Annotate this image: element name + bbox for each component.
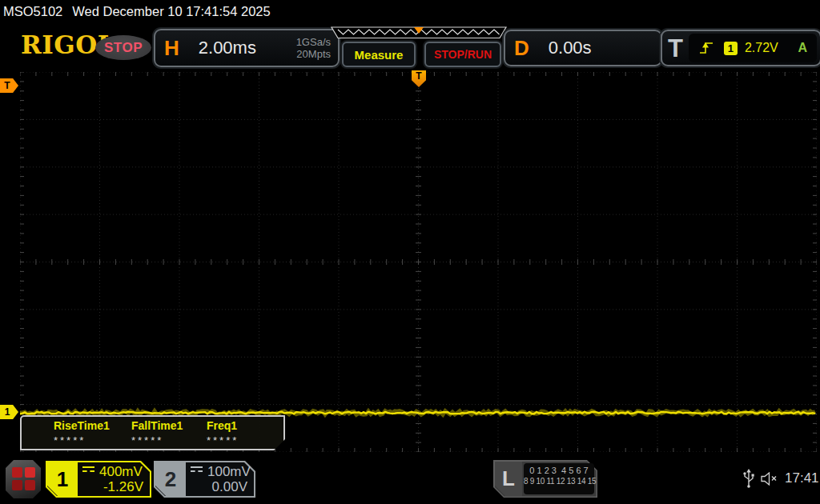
channel1-scale: 400mV: [99, 464, 143, 479]
menu-grid-icon: [12, 467, 35, 491]
trigger-level-value: 2.72V: [745, 41, 778, 55]
clock-text: 17:41: [785, 470, 819, 486]
logic-channels-status[interactable]: L 0 1 2 3 4 5 6 7 8 9 10 11 12 13 14 15: [493, 460, 597, 498]
titlebar: MSO5102Wed December 10 17:41:54 2025: [3, 4, 271, 19]
measurement-item: RiseTime1 *****: [54, 419, 110, 446]
datetime-text: Wed December 10 17:41:54 2025: [72, 4, 270, 18]
measurement-label: FallTime1: [131, 419, 183, 432]
dc-coupling-icon: [191, 466, 203, 475]
trigger-label: T: [668, 36, 683, 61]
channel1-status[interactable]: 1 400mV -1.26V: [46, 461, 151, 498]
channel2-status[interactable]: 2 100mV 0.00V: [154, 461, 255, 498]
measurement-label: RiseTime1: [54, 419, 110, 432]
logic-row2: 8 9 10 11 12 13 14 15: [524, 477, 594, 486]
measurement-item: Freq1 *****: [207, 419, 239, 446]
acquisition-info: 1GSa/s 20Mpts: [296, 36, 331, 60]
logic-row1: 0 1 2 3 4 5 6 7: [524, 466, 594, 475]
delay-panel[interactable]: D 0.00s: [504, 30, 662, 66]
grid-and-waveform: [20, 72, 817, 452]
graticule: [20, 72, 817, 452]
horizontal-panel[interactable]: H 2.00ms 1GSa/s 20Mpts: [154, 29, 340, 67]
usb-icon: [742, 469, 755, 488]
measurement-overlay: RiseTime1 ***** FallTime1 ***** Freq1 **…: [20, 415, 285, 450]
measurement-label: Freq1: [207, 419, 239, 432]
trigger-panel[interactable]: T 1 2.72V A: [661, 30, 820, 66]
horizontal-label: H: [164, 36, 179, 61]
timebase-value: 2.00ms: [199, 38, 256, 58]
stop-run-button[interactable]: STOP/RUN: [424, 42, 501, 67]
oscilloscope-screen: MSO5102Wed December 10 17:41:54 2025 RIG…: [0, 0, 820, 504]
menu-grid-button[interactable]: [6, 460, 41, 498]
delay-label: D: [514, 36, 529, 61]
speaker-muted-icon: [761, 472, 780, 486]
trigger-position-indicator-triangle[interactable]: [414, 27, 424, 34]
measure-button[interactable]: Measure: [342, 42, 416, 67]
measurement-value: *****: [54, 434, 110, 446]
run-state-badge: STOP: [95, 35, 151, 60]
measurement-value: *****: [207, 434, 239, 446]
trigger-level-marker[interactable]: T: [0, 78, 18, 93]
measurement-value: *****: [131, 434, 183, 446]
rising-edge-icon: [699, 42, 713, 54]
trigger-mode: A: [798, 41, 807, 55]
trigger-details: 1 2.72V A: [689, 34, 817, 62]
memory-depth: 20Mpts: [296, 48, 331, 60]
channel2-offset: 0.00V: [212, 479, 247, 495]
measurement-item: FallTime1 *****: [131, 419, 183, 446]
sample-rate: 1GSa/s: [296, 36, 331, 48]
delay-value: 0.00s: [549, 38, 592, 58]
channel2-scale: 100mV: [207, 464, 251, 479]
channel1-offset: -1.26V: [103, 479, 143, 495]
model-name: MSO5102: [3, 4, 62, 18]
channel1-position-marker[interactable]: 1: [0, 405, 18, 419]
logic-channel-numbers: 0 1 2 3 4 5 6 7 8 9 10 11 12 13 14 15: [524, 463, 594, 494]
trigger-source-badge: 1: [724, 42, 738, 55]
dc-coupling-icon: [82, 466, 94, 475]
